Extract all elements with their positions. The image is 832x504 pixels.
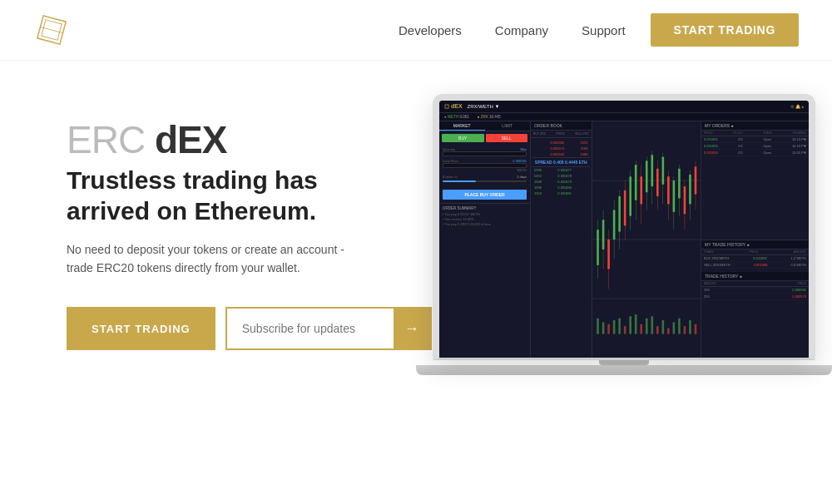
svg-rect-58 (667, 329, 670, 334)
trading-header: ◻ dEX ZRX/WETH ▼ ⚙ 🔔 ● (439, 101, 809, 113)
trading-ui: ◻ dEX ZRX/WETH ▼ ⚙ 🔔 ● ● WETH 0.001 ● ZR… (439, 101, 809, 358)
svg-rect-61 (683, 326, 686, 334)
trading-logo: ◻ dEX (444, 103, 463, 110)
order-form-fields: Quantity Max Limit Price 0.000581 WETH (439, 145, 530, 186)
svg-rect-42 (689, 175, 691, 205)
start-trading-hero-button[interactable]: START TRADING (67, 307, 215, 350)
svg-rect-18 (623, 190, 626, 226)
hero-actions: START TRADING → (67, 307, 432, 350)
ob-row-sell-1: 0.0003925252 (532, 140, 590, 146)
quantity-field: Quantity Max (443, 147, 527, 156)
order-summary: ORDER SUMMARY • You pay 0.01157 WETH • Y… (439, 203, 530, 229)
svg-rect-30 (656, 169, 658, 196)
subscribe-input[interactable] (227, 309, 394, 348)
svg-rect-22 (634, 165, 636, 200)
subscribe-button[interactable]: → (394, 309, 430, 348)
limit-tab: LIMIT (485, 121, 531, 131)
ob-row-buy-4: 18980.000480 (532, 185, 590, 190)
nav: Developers Company Support (399, 23, 626, 37)
svg-rect-45 (597, 319, 599, 334)
header: Developers Company Support START TRADING (0, 0, 832, 61)
svg-rect-36 (672, 180, 675, 212)
ob-row-sell-2: 0.0004742108 (532, 146, 590, 151)
svg-rect-24 (640, 176, 642, 204)
laptop-frame: ◻ dEX ZRX/WETH ▼ ⚙ 🔔 ● ● WETH 0.001 ● ZR… (433, 94, 815, 360)
chart-panel (592, 121, 701, 358)
hero-heading: Trustless trading hasarrived on Ethereum… (67, 165, 432, 227)
hero-subtext: No need to deposit your tokens or create… (67, 240, 349, 278)
logo (33, 12, 70, 48)
my-order-row-3: 0.001894 0/1 Open 12:05 PM (701, 150, 809, 156)
sell-button: SELL (486, 134, 528, 142)
svg-rect-40 (683, 186, 686, 214)
svg-rect-48 (612, 320, 615, 334)
svg-rect-14 (612, 210, 615, 240)
svg-rect-51 (629, 316, 631, 334)
svg-rect-55 (651, 316, 653, 334)
ob-row-sell-3: 0.0004451498 (532, 151, 590, 157)
laptop-base (416, 365, 832, 375)
laptop-container: ◻ dEX ZRX/WETH ▼ ⚙ 🔔 ● ● WETH 0.001 ● ZR… (433, 94, 815, 377)
trade-history-row-2: 250 0.000579 (701, 294, 809, 300)
svg-rect-46 (602, 322, 604, 334)
svg-rect-56 (656, 326, 658, 334)
buy-sell-buttons: BUY SELL (439, 131, 530, 145)
svg-rect-49 (618, 319, 621, 334)
svg-rect-20 (629, 176, 631, 215)
balance-bar: ● WETH 0.001 ● ZRX 16.445 (439, 113, 809, 121)
svg-rect-32 (661, 157, 664, 185)
svg-rect-57 (661, 320, 664, 334)
svg-rect-53 (640, 324, 642, 334)
nav-developers[interactable]: Developers (399, 23, 462, 37)
order-form-panel: MARKET LIMIT BUY SELL Quantity Max (439, 121, 531, 358)
svg-rect-54 (645, 319, 647, 334)
svg-rect-16 (618, 196, 621, 232)
buy-button: BUY (442, 134, 484, 142)
trade-row-2: SELL ZRX/WETH 0.001888 0.8 WETH (701, 262, 809, 269)
hero-content: ERC dEX Trustless trading hasarrived on … (67, 111, 432, 350)
my-order-row-2: 0.001893 0/1 Open 12:10 PM (701, 143, 809, 150)
trading-pair: ZRX/WETH ▼ (468, 104, 500, 109)
chart-area (592, 121, 701, 358)
svg-rect-10 (602, 220, 604, 249)
svg-rect-12 (607, 240, 610, 269)
laptop-screen: ◻ dEX ZRX/WETH ▼ ⚙ 🔔 ● ● WETH 0.001 ● ZR… (439, 101, 809, 358)
limit-price-field: Limit Price 0.000581 WETH (443, 159, 527, 172)
svg-rect-47 (607, 324, 610, 334)
order-book-rows: 0.0003925252 0.0004742108 0.0004451498 S… (531, 138, 592, 198)
trade-history-header: MY TRADE HISTORY ● (701, 240, 809, 250)
subscribe-form: → (225, 307, 432, 350)
svg-rect-8 (597, 230, 599, 265)
svg-rect-28 (651, 155, 653, 186)
svg-rect-34 (667, 176, 670, 204)
trading-header-icons: ⚙ 🔔 ● (790, 104, 804, 109)
start-trading-header-button[interactable]: START TRADING (651, 13, 799, 47)
ob-row-buy-5: 10500.000481 (532, 190, 590, 196)
trade-history2-header: TRADE HISTORY ● (701, 272, 809, 281)
svg-rect-50 (623, 326, 626, 334)
trade-row-1: BUY ZRX/WETH 0.001892 1.2 WETH (701, 255, 809, 262)
hero-title: ERC dEX (67, 119, 432, 161)
ob-row-buy-3: 18980.000479 (532, 179, 590, 185)
my-order-row-1: 0.001892 0/1 Open 12:15 PM (701, 136, 809, 143)
hero-illustration: ◻ dEX ZRX/WETH ▼ ⚙ 🔔 ● ● WETH 0.001 ● ZR… (432, 94, 815, 377)
svg-rect-63 (694, 324, 696, 334)
ob-row-buy-1: 56860.000477 (532, 167, 590, 173)
my-orders-panel: MY ORDERS ● PRICE FILLED STATE CREATED (701, 121, 809, 240)
ob-row-buy-2: 54620.000478 (532, 173, 590, 179)
order-type-tabs: MARKET LIMIT (439, 121, 530, 131)
place-order-button: PLACE BUY ORDER (443, 190, 527, 200)
candlestick-chart (592, 121, 701, 358)
expires-field: Expires In 1 days (443, 175, 527, 184)
order-book-header: ORDER BOOK (531, 121, 592, 131)
hero-section: ERC dEX Trustless trading hasarrived on … (0, 61, 832, 393)
right-panels: MY ORDERS ● PRICE FILLED STATE CREATED (701, 121, 809, 358)
nav-support[interactable]: Support (582, 23, 626, 37)
svg-rect-59 (672, 322, 675, 334)
trade-history-row-1: 100 0.000581 (701, 287, 809, 294)
nav-company[interactable]: Company (495, 23, 548, 37)
trading-body: MARKET LIMIT BUY SELL Quantity Max (439, 121, 809, 358)
order-book-panel: ORDER BOOK BUY ZRX PRICE SELL ZRX 0.0003… (531, 121, 592, 358)
trade-history-panel: MY TRADE HISTORY ● TRADE PRICE AMOUNT BU… (701, 240, 809, 358)
svg-rect-52 (634, 314, 636, 334)
